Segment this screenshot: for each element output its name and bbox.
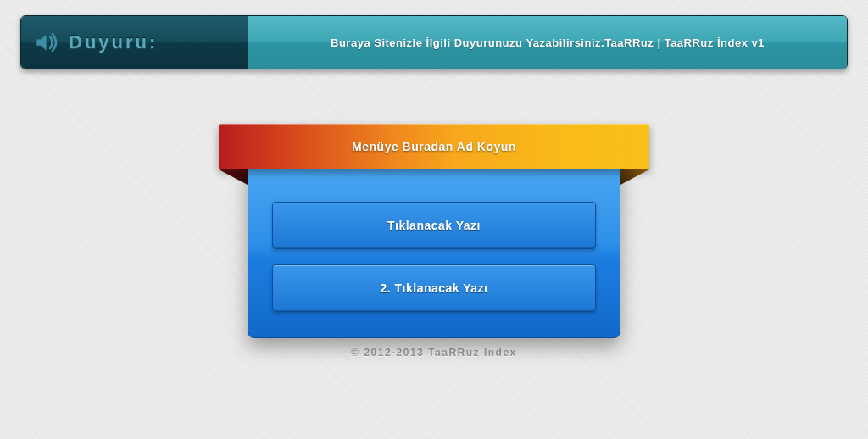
ribbon-fold-left — [219, 169, 248, 185]
announcement-label: Duyuru: — [69, 31, 158, 53]
announcement-text-area: Buraya Sitenizle İlgili Duyurunuzu Yazab… — [248, 16, 847, 69]
speaker-icon — [35, 31, 60, 54]
menu-item-label: 2. Tıklanacak Yazı — [380, 281, 487, 295]
footer-text: © 2012-2013 TaaRRuz İndex — [248, 347, 620, 358]
menu-item-label: Tıklanacak Yazı — [387, 219, 481, 232]
ribbon-fold-right — [620, 169, 649, 185]
menu-panel: Menüye Buradan Ad Koyun Tıklanacak Yazı … — [248, 124, 620, 358]
announcement-bar: Duyuru: Buraya Sitenizle İlgili Duyurunu… — [20, 15, 848, 69]
menu-item-1[interactable]: Tıklanacak Yazı — [272, 202, 596, 249]
announcement-label-area: Duyuru: — [21, 16, 248, 69]
menu-body: Tıklanacak Yazı 2. Tıklanacak Yazı — [248, 164, 620, 338]
menu-title: Menüye Buradan Ad Koyun — [352, 140, 516, 153]
menu-title-ribbon: Menüye Buradan Ad Koyun — [219, 124, 649, 169]
announcement-text: Buraya Sitenizle İlgili Duyurunuzu Yazab… — [331, 36, 765, 49]
menu-item-2[interactable]: 2. Tıklanacak Yazı — [272, 264, 596, 312]
